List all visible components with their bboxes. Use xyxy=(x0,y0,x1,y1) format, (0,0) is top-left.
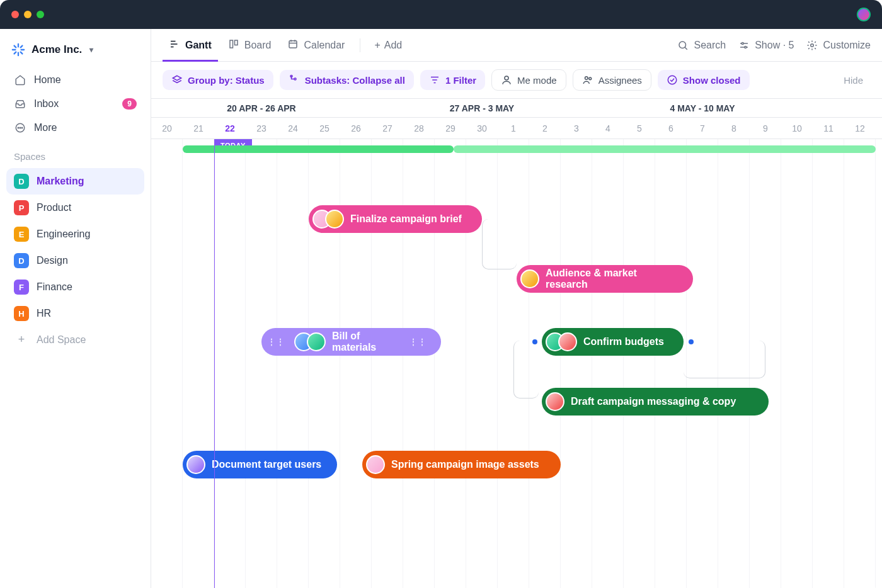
dependency-line xyxy=(513,341,539,399)
subtasks-pill[interactable]: Subtasks: Collapse all xyxy=(280,70,414,90)
svg-point-25 xyxy=(742,42,743,44)
svg-point-36 xyxy=(589,77,592,80)
show-button[interactable]: Show · 5 xyxy=(738,40,794,51)
task-bar[interactable]: ⋮⋮Bill of materials⋮⋮ xyxy=(261,328,441,356)
drag-handle-icon[interactable]: ⋮⋮ xyxy=(407,337,430,346)
maximize-window-icon[interactable] xyxy=(37,11,44,18)
svg-point-37 xyxy=(668,76,677,84)
tab-board[interactable]: Board xyxy=(222,30,278,61)
tab-gantt[interactable]: Gantt xyxy=(163,30,218,61)
svg-line-6 xyxy=(14,52,16,54)
workspace-name: Acme Inc. xyxy=(32,43,82,56)
tab-calendar[interactable]: Calendar xyxy=(281,30,351,61)
task-bar[interactable]: Audience & market research xyxy=(517,265,693,293)
week-label: 4 MAY - 10 MAY xyxy=(592,99,813,117)
day-cell[interactable]: 29 xyxy=(435,118,466,139)
day-cell[interactable]: 25 xyxy=(309,118,340,139)
close-window-icon[interactable] xyxy=(11,11,19,18)
svg-rect-16 xyxy=(234,40,238,45)
space-icon: E xyxy=(14,227,29,242)
nav-inbox[interactable]: Inbox 9 xyxy=(6,92,144,116)
tab-label: Gantt xyxy=(185,40,212,51)
nav-home[interactable]: Home xyxy=(6,68,144,92)
day-cell[interactable]: 9 xyxy=(750,118,781,139)
task-bar[interactable]: Document target users xyxy=(183,451,337,478)
inbox-count-badge: 9 xyxy=(122,98,137,110)
day-cell[interactable]: 24 xyxy=(277,118,309,139)
nav-more[interactable]: More xyxy=(6,116,144,140)
day-cell[interactable]: 12 xyxy=(844,118,876,139)
sliders-icon xyxy=(738,40,750,51)
svg-line-5 xyxy=(21,52,23,54)
task-bar[interactable]: Confirm budgets xyxy=(542,328,684,356)
show-label: Show · 5 xyxy=(755,40,794,51)
space-icon: D xyxy=(14,174,29,189)
day-cell[interactable]: 2 xyxy=(529,118,561,139)
task-bar[interactable]: Draft campaign messaging & copy xyxy=(542,388,769,416)
hide-button[interactable]: Hide xyxy=(844,75,871,86)
day-cell[interactable]: 23 xyxy=(246,118,277,139)
day-cell[interactable]: 8 xyxy=(718,118,750,139)
avatar-group xyxy=(294,332,326,351)
customize-button[interactable]: Customize xyxy=(806,40,871,51)
day-cell[interactable]: 11 xyxy=(813,118,844,139)
assignee-avatar xyxy=(366,455,385,474)
day-cell[interactable]: 5 xyxy=(624,118,655,139)
week-label: 27 APR - 3 MAY xyxy=(372,99,592,117)
assignees-pill[interactable]: Assignees xyxy=(573,69,651,91)
chevron-down-icon: ▾ xyxy=(89,45,93,54)
logo-icon xyxy=(11,43,25,57)
gantt-chart[interactable]: TODAY Finalize campaign briefAudience & … xyxy=(151,139,882,588)
show-closed-pill[interactable]: Show closed xyxy=(658,70,750,90)
svg-point-27 xyxy=(811,43,814,47)
day-cell[interactable]: 30 xyxy=(466,118,498,139)
day-cell[interactable]: 28 xyxy=(403,118,435,139)
sidebar-space-marketing[interactable]: DMarketing xyxy=(6,168,144,195)
space-icon: H xyxy=(14,306,29,321)
progress-bar xyxy=(183,145,454,153)
me-mode-pill[interactable]: Me mode xyxy=(491,69,566,91)
milestone-dot[interactable] xyxy=(689,339,694,344)
add-space-button[interactable]: + Add Space xyxy=(6,327,144,353)
filter-pill[interactable]: 1 Filter xyxy=(420,70,485,90)
day-cell[interactable]: 20 xyxy=(151,118,183,139)
sidebar-space-product[interactable]: PProduct xyxy=(6,195,144,221)
day-cell[interactable]: 3 xyxy=(561,118,592,139)
workspace-switcher[interactable]: Acme Inc. ▾ xyxy=(6,38,144,68)
filter-icon xyxy=(429,74,440,86)
group-by-pill[interactable]: Group by: Status xyxy=(163,70,273,90)
day-cell[interactable]: 7 xyxy=(687,118,718,139)
day-cell[interactable]: 4 xyxy=(592,118,624,139)
day-cell[interactable]: 26 xyxy=(340,118,372,139)
search-button[interactable]: Search xyxy=(677,40,726,51)
day-cell[interactable]: 21 xyxy=(183,118,214,139)
spaces-section-label: Spaces xyxy=(6,140,144,168)
svg-rect-17 xyxy=(289,40,297,47)
day-cell[interactable]: 27 xyxy=(372,118,403,139)
svg-point-35 xyxy=(585,77,588,80)
add-view-button[interactable]: + Add xyxy=(369,40,407,51)
titlebar xyxy=(0,0,882,29)
spaces-list: DMarketingPProductEEngineeringDDesignFFi… xyxy=(6,168,144,327)
day-cell[interactable]: 6 xyxy=(655,118,687,139)
sidebar-space-design[interactable]: DDesign xyxy=(6,247,144,274)
svg-line-22 xyxy=(685,47,687,50)
space-label: Finance xyxy=(37,281,72,293)
add-space-label: Add Space xyxy=(37,334,86,346)
minimize-window-icon[interactable] xyxy=(24,11,32,18)
user-avatar[interactable] xyxy=(857,8,871,21)
task-bar[interactable]: Spring campaign image assets xyxy=(362,451,561,478)
milestone-dot[interactable] xyxy=(532,339,537,344)
task-bar[interactable]: Finalize campaign brief xyxy=(309,205,482,233)
day-cell[interactable]: 1 xyxy=(498,118,529,139)
sidebar-space-finance[interactable]: FFinance xyxy=(6,274,144,300)
avatar-group xyxy=(312,210,344,229)
drag-handle-icon[interactable]: ⋮⋮ xyxy=(265,337,288,346)
day-cell[interactable]: 10 xyxy=(781,118,813,139)
sidebar-space-engineering[interactable]: EEngineering xyxy=(6,221,144,247)
svg-marker-28 xyxy=(173,76,181,81)
day-cell[interactable]: 22 xyxy=(214,118,246,139)
sidebar-space-hr[interactable]: HHR xyxy=(6,300,144,327)
layers-icon xyxy=(171,74,183,86)
svg-point-9 xyxy=(18,127,19,128)
